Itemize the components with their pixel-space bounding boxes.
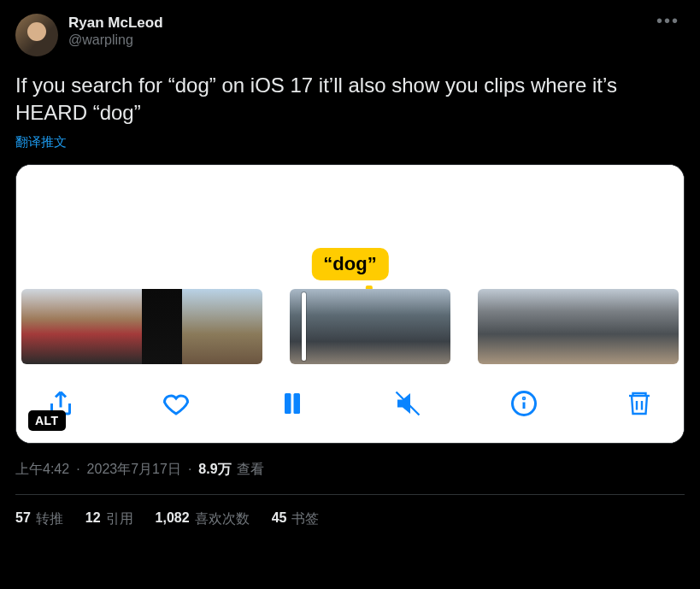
stat-count: 57 [15, 510, 31, 528]
views-label: 查看 [237, 461, 264, 479]
separator-dot [186, 462, 193, 477]
quotes-stat[interactable]: 12 引用 [85, 510, 133, 528]
video-frame [182, 289, 222, 364]
mute-icon [392, 388, 423, 419]
like-button[interactable] [157, 385, 195, 422]
video-frame [102, 289, 142, 364]
info-icon [509, 388, 539, 419]
bookmarks-stat[interactable]: 45 书签 [272, 510, 320, 528]
video-frame [410, 289, 450, 364]
video-frame [290, 289, 330, 364]
alt-text-badge[interactable]: ALT [28, 410, 66, 431]
tweet-meta: 上午4:42 2023年7月17日 8.9万 查看 [15, 461, 685, 479]
svg-rect-1 [293, 393, 300, 414]
svg-point-5 [523, 398, 525, 399]
search-term-tooltip: “dog” [311, 248, 388, 280]
tweet-container: Ryan McLeod @warpling ••• If you search … [0, 0, 700, 528]
stat-count: 45 [272, 510, 287, 528]
video-frame [142, 289, 182, 364]
stat-count: 1,082 [156, 510, 190, 528]
timeline-playhead[interactable] [302, 292, 306, 361]
retweets-stat[interactable]: 57 转推 [15, 510, 63, 528]
media-whitespace: “dog” [16, 165, 684, 289]
video-frame [558, 289, 598, 364]
tweet-text: If you search for “dog” on iOS 17 it’ll … [15, 72, 685, 127]
more-options-button[interactable]: ••• [651, 10, 685, 31]
stat-label: 引用 [106, 510, 133, 528]
stat-label: 转推 [36, 510, 63, 528]
trash-icon [624, 388, 655, 419]
tweet-header: Ryan McLeod @warpling ••• [15, 14, 685, 56]
stat-count: 12 [85, 510, 101, 528]
mute-button[interactable] [389, 385, 426, 422]
video-frame [330, 289, 370, 364]
name-block: Ryan McLeod @warpling [68, 14, 163, 56]
video-timeline[interactable] [16, 289, 684, 364]
clip-group-1[interactable] [21, 289, 262, 364]
delete-button[interactable] [621, 385, 658, 422]
translate-link[interactable]: 翻译推文 [15, 134, 67, 150]
pause-button[interactable] [274, 385, 311, 422]
video-frame [62, 289, 102, 364]
engagement-stats: 57 转推 12 引用 1,082 喜欢次数 45 书签 [15, 495, 685, 528]
video-frame [478, 289, 518, 364]
clip-group-2[interactable] [290, 289, 450, 364]
info-button[interactable] [505, 385, 543, 422]
video-frame [21, 289, 62, 364]
display-name[interactable]: Ryan McLeod [68, 14, 163, 32]
svg-rect-0 [285, 393, 291, 414]
tweet-date[interactable]: 2023年7月17日 [87, 461, 181, 479]
separator-dot [74, 462, 81, 477]
video-frame [638, 289, 679, 364]
tweet-time[interactable]: 上午4:42 [15, 461, 69, 479]
video-frame [598, 289, 638, 364]
pause-icon [277, 388, 308, 419]
likes-stat[interactable]: 1,082 喜欢次数 [156, 510, 250, 528]
media-toolbar [16, 364, 684, 443]
views-count[interactable]: 8.9万 [198, 461, 231, 479]
video-frame [518, 289, 558, 364]
stat-label: 书签 [291, 510, 319, 528]
video-frame [222, 289, 262, 364]
heart-icon [161, 388, 191, 419]
clip-group-3[interactable] [478, 289, 679, 364]
avatar[interactable] [15, 14, 58, 56]
user-handle[interactable]: @warpling [68, 32, 163, 49]
user-block[interactable]: Ryan McLeod @warpling [15, 14, 163, 56]
media-card[interactable]: “dog” [15, 164, 685, 444]
stat-label: 喜欢次数 [195, 510, 250, 528]
video-frame [370, 289, 410, 364]
